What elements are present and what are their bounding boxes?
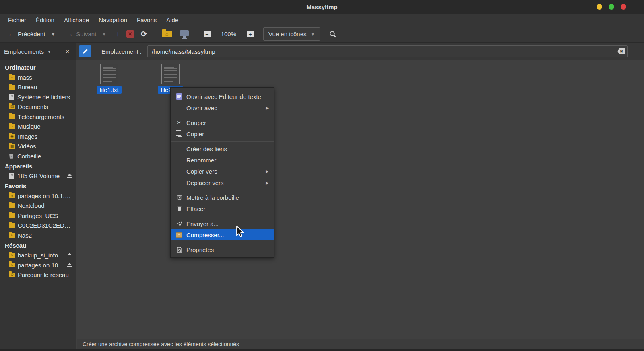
- sidebar-item-videos[interactable]: ▦ Vidéos: [0, 142, 76, 152]
- network-folder-icon: ≈: [9, 233, 15, 238]
- edit-location-button[interactable]: [79, 45, 91, 57]
- view-mode-button[interactable]: Vue en icônes ▼: [263, 27, 320, 41]
- back-button[interactable]: ← Précédent: [5, 28, 48, 40]
- file-view[interactable]: file1.txt file2.txt: [77, 60, 644, 339]
- menu-affichage[interactable]: Affichage: [59, 15, 94, 25]
- sidebar-item-partages-on-10191[interactable]: ≈ partages on 10.1.9.1: [0, 191, 76, 201]
- reload-button[interactable]: ⟳: [138, 27, 151, 41]
- network-browse-icon: ⊙: [9, 273, 15, 277]
- folder-videos-icon: ▦: [9, 144, 15, 149]
- forward-history-dropdown[interactable]: ▼: [99, 32, 109, 37]
- search-button[interactable]: [326, 28, 340, 41]
- drive-icon: [9, 173, 14, 179]
- file-manager-window: Massyltmp Fichier Édition Affichage Navi…: [0, 0, 644, 351]
- context-menu: Ouvrir avec Éditeur de texte Ouvrir avec…: [170, 87, 274, 258]
- sidebar-item-parcourir-le-reseau[interactable]: ⊙ Parcourir le réseau: [0, 270, 76, 280]
- sidebar-item-musique[interactable]: ♪ Musique: [0, 122, 76, 132]
- sidebar-item-systeme-de-fichiers[interactable]: Système de fichiers: [0, 92, 76, 102]
- menu-item-compresser[interactable]: Compresser...: [171, 229, 274, 240]
- statusbar: Créer une archive compressée avec les él…: [77, 339, 644, 349]
- sidebar-item-partages-on-10[interactable]: ≈ partages on 10.…: [0, 260, 76, 270]
- folder-icon: [9, 213, 15, 218]
- menu-item-copier[interactable]: Copier: [171, 128, 274, 140]
- sidebar-section-appareils: Appareils: [0, 161, 76, 171]
- stop-icon: ✕: [126, 30, 134, 38]
- network-folder-icon: ≈: [9, 193, 15, 198]
- forward-button[interactable]: → Suivant: [63, 28, 99, 40]
- folder-pictures-icon: ◉: [9, 134, 15, 139]
- close-button[interactable]: [621, 4, 626, 10]
- zoom-in-button[interactable]: +: [244, 28, 257, 40]
- copy-icon: [175, 131, 183, 137]
- location-row: Emplacements ▼ ✕ Emplacement : ✖: [0, 43, 644, 60]
- up-button[interactable]: ↑: [113, 28, 123, 40]
- zoom-out-button[interactable]: −: [200, 28, 214, 40]
- menu-item-deplacer-vers[interactable]: Déplacer vers ▶: [171, 177, 274, 188]
- text-editor-icon: [175, 93, 183, 100]
- menu-item-creer-des-liens[interactable]: Créer des liens: [171, 143, 274, 154]
- home-button[interactable]: [159, 28, 175, 40]
- menu-item-ouvrir-avec[interactable]: Ouvrir avec ▶: [171, 102, 274, 113]
- titlebar[interactable]: Massyltmp: [0, 0, 644, 14]
- stop-button[interactable]: ✕: [123, 27, 138, 41]
- places-dropdown[interactable]: Emplacements: [4, 48, 44, 55]
- menu-aide[interactable]: Aide: [161, 15, 183, 25]
- sidebar-item-nas2[interactable]: ≈ Nas2: [0, 230, 76, 240]
- menu-item-couper[interactable]: ✂ Couper: [171, 117, 274, 128]
- menu-item-effacer[interactable]: Effacer: [171, 203, 274, 214]
- sidebar-item-bureau[interactable]: Bureau: [0, 82, 76, 92]
- file-file1[interactable]: file1.txt: [89, 64, 129, 94]
- zoom-level[interactable]: 100%: [214, 31, 244, 37]
- eject-icon[interactable]: [67, 263, 73, 267]
- back-history-dropdown[interactable]: ▼: [48, 32, 58, 37]
- sidebar-item-telechargements[interactable]: ↓ Téléchargements: [0, 112, 76, 122]
- menu-navigation[interactable]: Navigation: [94, 15, 132, 25]
- menu-separator: [171, 216, 274, 216]
- menu-fichier[interactable]: Fichier: [3, 15, 31, 25]
- menu-edition[interactable]: Édition: [31, 15, 59, 25]
- trash-icon: [175, 195, 183, 200]
- computer-button[interactable]: [177, 28, 192, 41]
- sidebar-item-documents[interactable]: ▤ Documents: [0, 102, 76, 112]
- menu-item-envoyer-a[interactable]: Envoyer à...: [171, 218, 274, 229]
- back-arrow-icon: ←: [8, 31, 15, 37]
- toolbar: ← Précédent ▼ → Suivant ▼ ↑ ✕ ⟳ − 100%: [0, 26, 644, 43]
- folder-music-icon: ♪: [9, 124, 15, 129]
- menu-favoris[interactable]: Favoris: [132, 15, 161, 25]
- close-sidebar-icon[interactable]: ✕: [63, 48, 72, 55]
- menu-item-ouvrir-avec-editeur[interactable]: Ouvrir avec Éditeur de texte: [171, 91, 274, 102]
- menu-item-renommer[interactable]: Renommer...: [171, 154, 274, 166]
- window-bottom-edge: [0, 349, 644, 351]
- maximize-button[interactable]: [609, 4, 614, 10]
- search-icon: [329, 30, 337, 38]
- home-folder-icon: ⌂: [9, 75, 15, 80]
- location-label: Emplacement :: [101, 43, 142, 60]
- folder-icon: [9, 223, 15, 228]
- sidebar-item-partages-ucs[interactable]: Partages_UCS: [0, 211, 76, 221]
- network-folder-icon: ≈: [9, 263, 15, 267]
- sidebar-item-mass[interactable]: ⌂ mass: [0, 72, 76, 82]
- mouse-cursor: [235, 225, 245, 238]
- forward-arrow-icon: →: [66, 31, 73, 37]
- eject-icon[interactable]: [67, 253, 73, 257]
- location-input[interactable]: [147, 45, 628, 57]
- sidebar-section-ordinateur: Ordinateur: [0, 62, 76, 72]
- menu-item-mettre-a-la-corbeille[interactable]: Mettre à la corbeille: [171, 192, 274, 203]
- menu-item-proprietes[interactable]: Propriétés: [171, 244, 274, 255]
- up-arrow-icon: ↑: [116, 31, 120, 37]
- chevron-down-icon[interactable]: ▼: [47, 49, 51, 54]
- sidebar-item-c0c2ed31c2ed2[interactable]: C0C2ED31C2ED2…: [0, 221, 76, 231]
- folder-documents-icon: ▤: [9, 105, 15, 109]
- drive-icon: [9, 94, 14, 100]
- menu-separator: [171, 141, 274, 142]
- menu-item-copier-vers[interactable]: Copier vers ▶: [171, 166, 274, 177]
- minimize-button[interactable]: [597, 4, 602, 10]
- sidebar-item-images[interactable]: ◉ Images: [0, 131, 76, 142]
- sidebar-item-corbeille[interactable]: Corbeille: [0, 151, 76, 161]
- sidebar-item-backup-si-info[interactable]: ≈ backup_si_info …: [0, 250, 76, 261]
- sidebar: Ordinateur ⌂ mass Bureau Système de fich…: [0, 60, 76, 349]
- chevron-down-icon: ▼: [311, 32, 315, 37]
- sidebar-item-nextcloud[interactable]: Nextcloud: [0, 201, 76, 211]
- eject-icon[interactable]: [67, 174, 73, 178]
- sidebar-item-185-gb-volume[interactable]: 185 GB Volume: [0, 171, 76, 181]
